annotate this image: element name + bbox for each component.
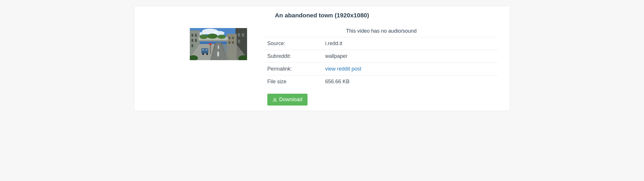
svg-rect-21 — [232, 41, 234, 44]
filesize-label: File size — [264, 75, 322, 88]
svg-point-37 — [206, 53, 208, 55]
reddit-post-link[interactable]: view reddit post — [325, 66, 361, 72]
download-button[interactable]: Download — [267, 94, 308, 106]
svg-rect-35 — [205, 49, 208, 51]
media-card: An abandoned town (1920x1080) — [134, 6, 510, 111]
svg-rect-7 — [192, 34, 193, 37]
thumbnail-column — [143, 28, 253, 106]
svg-rect-23 — [198, 40, 228, 41]
table-row: Subreddit: wallpaper — [264, 50, 498, 63]
svg-rect-20 — [229, 41, 230, 44]
audio-notice: This video has no audio/sound — [264, 28, 498, 37]
svg-rect-10 — [195, 39, 197, 42]
svg-point-24 — [200, 34, 208, 39]
permalink-value: view reddit post — [322, 63, 498, 75]
svg-rect-11 — [192, 44, 193, 47]
post-title: An abandoned town (1920x1080) — [143, 12, 501, 19]
source-value: i.redd.it — [322, 37, 498, 50]
filesize-value: 656.66 KB — [322, 75, 498, 88]
svg-rect-14 — [238, 33, 240, 37]
thumbnail-image — [190, 28, 247, 60]
svg-rect-29 — [218, 45, 219, 49]
svg-rect-15 — [242, 33, 244, 37]
download-label: Download — [279, 97, 302, 103]
table-row: File size 656.66 KB — [264, 75, 498, 88]
svg-rect-39 — [209, 43, 212, 45]
svg-rect-9 — [192, 39, 193, 42]
download-icon — [273, 97, 277, 103]
svg-point-26 — [218, 35, 226, 39]
subreddit-label: Subreddit: — [264, 50, 322, 63]
svg-rect-30 — [217, 52, 219, 56]
info-table: This video has no audio/sound Source: i.… — [264, 28, 498, 88]
source-label: Source: — [264, 37, 322, 50]
content-row: This video has no audio/sound Source: i.… — [143, 28, 501, 106]
table-row: Permalink: view reddit post — [264, 63, 498, 75]
subreddit-value: wallpaper — [322, 50, 498, 63]
svg-point-36 — [202, 53, 204, 55]
svg-rect-19 — [232, 37, 234, 39]
svg-rect-34 — [202, 49, 204, 51]
svg-rect-16 — [238, 40, 240, 43]
svg-rect-8 — [195, 34, 197, 37]
svg-point-25 — [207, 34, 218, 39]
svg-rect-18 — [229, 37, 230, 39]
download-row: Download — [264, 94, 498, 106]
table-row: Source: i.redd.it — [264, 37, 498, 50]
info-column: This video has no audio/sound Source: i.… — [264, 28, 501, 106]
permalink-label: Permalink: — [264, 63, 322, 75]
